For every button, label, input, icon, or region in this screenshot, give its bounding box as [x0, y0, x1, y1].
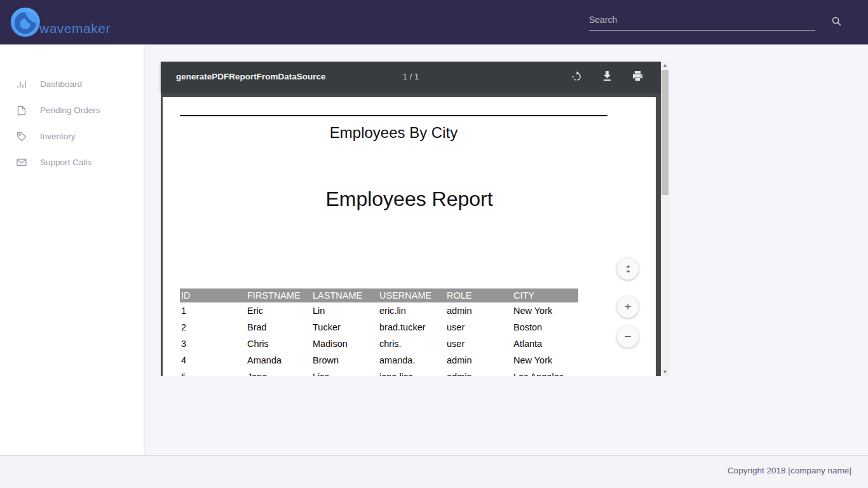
- pdf-toolbar: generatePDFReportFromDataSource 1 / 1: [161, 62, 661, 91]
- pdf-page: Employees By City Employees Report ID FI…: [163, 97, 656, 376]
- table-cell: Brown: [311, 352, 378, 369]
- table-cell: 3: [180, 336, 246, 352]
- document-icon: [17, 105, 27, 116]
- column-header: FIRSTNAME: [246, 288, 311, 302]
- employees-table: ID FIRSTNAME LASTNAME USERNAME ROLE CITY…: [180, 288, 578, 376]
- table-cell: Tucker: [311, 319, 378, 336]
- column-header: USERNAME: [378, 288, 445, 302]
- table-cell: brad.tucker: [378, 319, 445, 336]
- table-cell: 1: [180, 302, 246, 319]
- scroll-up-icon[interactable]: ▲: [661, 62, 669, 69]
- document-header-rule: [180, 115, 607, 116]
- table-cell: 5: [180, 369, 246, 376]
- table-header-row: ID FIRSTNAME LASTNAME USERNAME ROLE CITY: [180, 288, 578, 302]
- top-navbar: wavemaker: [0, 0, 868, 44]
- table-cell: 4: [180, 352, 246, 369]
- pdf-toolbar-actions: [567, 67, 647, 86]
- table-cell: New York: [512, 302, 578, 319]
- brand-name: wavemaker: [39, 21, 111, 36]
- table-cell: user: [445, 336, 512, 352]
- table-cell: amanda.: [378, 352, 445, 369]
- table-cell: chris.: [378, 336, 445, 352]
- table-row: 2BradTuckerbrad.tuckeruserBoston: [180, 319, 578, 336]
- table-cell: Madison: [311, 336, 378, 352]
- column-header: ROLE: [445, 288, 512, 302]
- table-cell: Boston: [512, 319, 578, 336]
- table-cell: jane.lisa: [378, 369, 445, 376]
- app-root: wavemaker Dashboard: [0, 0, 868, 488]
- table-cell: Brad: [246, 319, 311, 336]
- sidebar-item-support-calls[interactable]: Support Calls: [0, 149, 144, 175]
- table-cell: admin: [445, 369, 512, 376]
- zoom-in-button[interactable]: +: [617, 296, 639, 318]
- sidebar-item-label: Support Calls: [40, 158, 92, 167]
- table-cell: admin: [445, 302, 512, 319]
- table-cell: Atlanta: [512, 336, 578, 352]
- document-header-title: Employees By City: [180, 124, 607, 142]
- sidebar-item-pending-orders[interactable]: Pending Orders: [0, 97, 144, 123]
- sidebar-item-label: Inventory: [40, 132, 76, 141]
- main-content: generatePDFReportFromDataSource 1 / 1: [144, 44, 868, 455]
- brand-logo[interactable]: wavemaker: [8, 4, 111, 41]
- table-cell: admin: [445, 352, 512, 369]
- scrollbar-thumb[interactable]: [661, 70, 668, 195]
- table-row: 3ChrisMadisonchris.userAtlanta: [180, 336, 578, 352]
- sidebar-item-inventory[interactable]: Inventory: [0, 123, 144, 149]
- copyright-text: Copyright 2018 [company name]: [728, 466, 851, 475]
- table-cell: Los Angeles: [512, 369, 578, 376]
- sidebar-item-label: Dashboard: [40, 79, 82, 89]
- table-cell: Jane: [246, 369, 311, 376]
- column-header: ID: [180, 288, 246, 302]
- table-row: 4AmandaBrownamanda.adminNew York: [180, 352, 578, 369]
- column-header: CITY: [512, 288, 578, 302]
- pdf-viewer: generatePDFReportFromDataSource 1 / 1: [161, 62, 669, 376]
- table-row: 5JaneLisajane.lisaadminLos Angeles: [180, 369, 578, 376]
- tag-icon: [17, 132, 27, 142]
- fit-to-page-button[interactable]: [617, 258, 639, 280]
- report-title: Employees Report: [163, 187, 656, 211]
- table-cell: New York: [512, 352, 578, 369]
- table-cell: Chris: [246, 336, 311, 352]
- search-icon[interactable]: [831, 11, 850, 30]
- table-cell: 2: [180, 319, 246, 336]
- print-icon[interactable]: [628, 67, 647, 86]
- scroll-down-icon[interactable]: ▼: [661, 369, 669, 376]
- table-cell: Lin: [311, 302, 378, 319]
- table-row: 1EricLineric.linadminNew York: [180, 302, 578, 319]
- zoom-out-button[interactable]: −: [617, 326, 639, 348]
- column-header: LASTNAME: [311, 288, 378, 302]
- table-cell: eric.lin: [378, 302, 445, 319]
- rotate-icon[interactable]: [567, 67, 586, 86]
- page-footer: Copyright 2018 [company name]: [0, 455, 868, 488]
- search-field: [589, 11, 815, 30]
- bar-chart-icon: [17, 79, 27, 90]
- table-cell: Lisa: [311, 369, 378, 376]
- sidebar-item-dashboard[interactable]: Dashboard: [0, 71, 144, 97]
- download-icon[interactable]: [597, 67, 616, 86]
- table-cell: Amanda: [246, 352, 311, 369]
- envelope-icon: [17, 158, 27, 168]
- sidebar-item-label: Pending Orders: [40, 105, 100, 115]
- left-nav: Dashboard Pending Orders Inventory: [0, 44, 144, 455]
- table-cell: user: [445, 319, 512, 336]
- pdf-scrollbar[interactable]: ▲ ▼: [661, 62, 669, 376]
- table-cell: Eric: [246, 302, 311, 319]
- search-input[interactable]: [589, 11, 815, 28]
